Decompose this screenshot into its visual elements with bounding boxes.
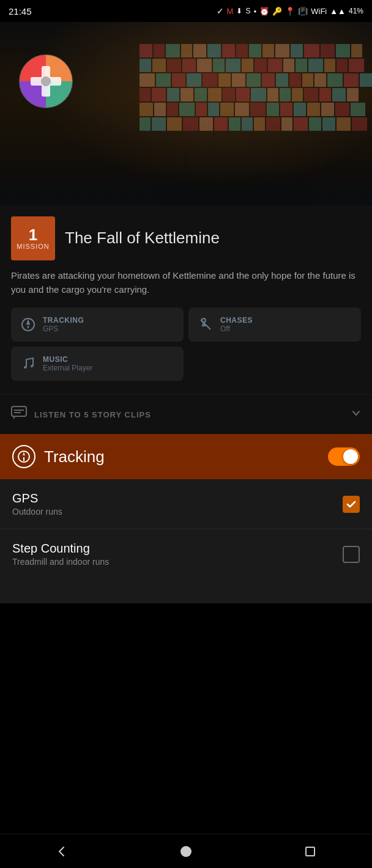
gps-setting-info: GPS Outdoor runs: [12, 491, 62, 517]
status-icons: ✓ M ⬇ S ● ⏰ 🔑 📍 📳 WiFi ▲▲ 41%: [217, 6, 363, 16]
bottom-navigation: [0, 834, 372, 868]
mission-title: The Fall of Kettlemine: [65, 229, 220, 248]
music-card-title: MUSIC: [43, 355, 92, 364]
step-counting-setting-info: Step Counting Treadmill and indoor runs: [12, 542, 109, 567]
step-counting-title: Step Counting: [12, 542, 109, 556]
tracking-gps-card[interactable]: TRACKING GPS: [11, 307, 184, 342]
recents-button[interactable]: [295, 836, 326, 867]
verizon-check-icon: ✓: [217, 6, 224, 16]
story-clips-row[interactable]: LISTEN TO 5 STORY CLIPS: [0, 394, 372, 434]
tracking-toggle-section: Tracking: [0, 434, 372, 479]
tracking-card-title: TRACKING: [43, 316, 84, 325]
mission-section: 1 MISSION The Fall of Kettlemine Pirates…: [0, 205, 372, 394]
step-counting-checkbox[interactable]: [343, 546, 360, 563]
mission-description: Pirates are attacking your hometown of K…: [11, 269, 361, 296]
status-bar: 21:45 ✓ M ⬇ S ● ⏰ 🔑 📍 📳 WiFi ▲▲ 41%: [0, 0, 372, 22]
back-button[interactable]: [46, 836, 77, 867]
gps-title: GPS: [12, 491, 62, 506]
alarm-icon: ⏰: [259, 7, 269, 16]
download-icon: ⬇: [236, 7, 242, 15]
svg-point-10: [31, 365, 33, 367]
signal-icon: ▲▲: [330, 7, 346, 16]
story-clips-text: LISTEN TO 5 STORY CLIPS: [34, 410, 344, 419]
tracking-toggle[interactable]: [328, 447, 360, 466]
mission-label-text: MISSION: [17, 243, 49, 250]
compass-icon: [20, 316, 37, 333]
hero-scene: [0, 22, 372, 205]
music-icon: [20, 355, 37, 372]
gps-setting-row[interactable]: GPS Outdoor runs: [0, 479, 372, 529]
svg-point-9: [24, 366, 26, 369]
tracking-card-subtitle: GPS: [43, 325, 84, 333]
chases-card-subtitle: Off: [220, 325, 253, 333]
chases-card[interactable]: CHASES Off: [188, 307, 361, 342]
chases-card-title: CHASES: [220, 316, 253, 325]
chevron-down-icon: [351, 408, 361, 421]
chases-icon: [197, 316, 214, 333]
mission-number: 1: [29, 227, 37, 243]
svg-marker-5: [27, 321, 29, 325]
home-button[interactable]: [171, 836, 201, 867]
svg-point-17: [180, 846, 192, 857]
location-icon: 📍: [285, 7, 295, 16]
key-icon: 🔑: [272, 7, 282, 16]
mission-header: 1 MISSION The Fall of Kettlemine: [11, 216, 361, 260]
music-card[interactable]: MUSIC External Player: [11, 347, 184, 381]
vibrate-icon: 📳: [298, 7, 308, 16]
svg-point-3: [41, 76, 51, 86]
status-time: 21:45: [9, 6, 32, 17]
svg-marker-15: [23, 452, 25, 456]
dot-icon: ●: [253, 9, 256, 14]
tracking-compass-icon: [12, 445, 35, 468]
svg-rect-11: [12, 406, 26, 416]
wifi-icon: WiFi: [311, 7, 327, 16]
toggle-knob: [343, 449, 358, 464]
music-card-subtitle: External Player: [43, 364, 92, 372]
chases-content: CHASES Off: [220, 316, 253, 333]
mission-badge: 1 MISSION: [11, 216, 55, 260]
speech-bubble-icon: [11, 406, 27, 423]
gmail-icon: M: [227, 7, 234, 16]
game-controller-icon: [18, 54, 73, 109]
tracking-gps-content: TRACKING GPS: [43, 316, 84, 333]
svg-rect-18: [306, 847, 314, 856]
gps-checkbox[interactable]: [343, 496, 360, 513]
music-content: MUSIC External Player: [43, 355, 92, 372]
skype-icon: S: [245, 7, 250, 15]
tracking-label: Tracking: [44, 447, 319, 466]
gps-subtitle: Outdoor runs: [12, 507, 62, 517]
step-counting-setting-row[interactable]: Step Counting Treadmill and indoor runs: [0, 529, 372, 579]
cards-grid: TRACKING GPS CHASES: [11, 307, 361, 381]
step-counting-subtitle: Treadmill and indoor runs: [12, 557, 109, 567]
hero-section: [0, 22, 372, 205]
battery-text: 41%: [349, 7, 363, 15]
